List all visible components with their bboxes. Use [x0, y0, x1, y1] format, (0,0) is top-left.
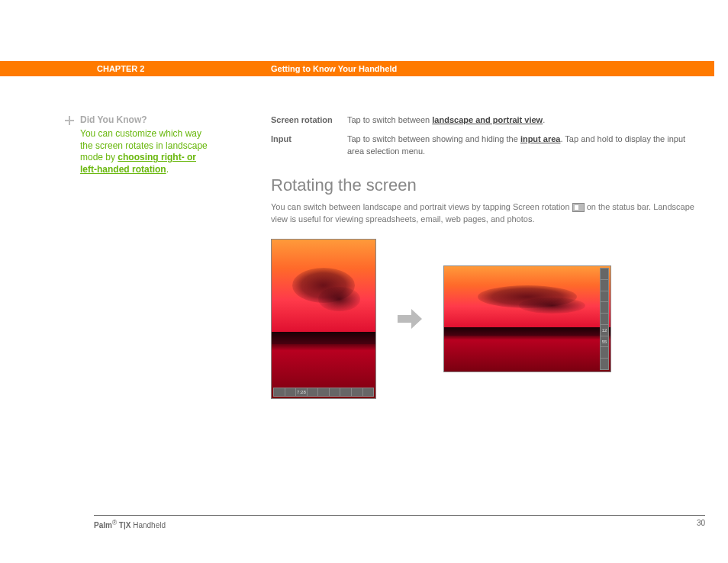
cloud-shape [318, 287, 359, 310]
status-cell [601, 280, 608, 291]
status-cell [601, 347, 608, 358]
status-cell [601, 269, 608, 279]
def-text: Tap to switch between showing and hiding… [347, 134, 520, 143]
landscape-screenshot: 12 55 [443, 265, 611, 372]
definition-row: Screen rotation Tap to switch between la… [271, 114, 698, 126]
status-cell [285, 388, 296, 396]
status-bar: 7:28 [273, 388, 374, 397]
link-landscape-portrait[interactable]: landscape and portrait view [432, 115, 543, 124]
status-cell: 12 [601, 325, 608, 336]
status-cell [601, 359, 608, 369]
status-cell [601, 302, 608, 313]
status-cell [601, 314, 608, 324]
brand-model: T|X [117, 521, 130, 529]
status-cell [308, 388, 318, 396]
page-footer: Palm® T|X Handheld 30 [94, 515, 705, 529]
term-screen-rotation: Screen rotation [271, 114, 347, 126]
portrait-screenshot: 7:28 [271, 239, 376, 399]
sidebar-body: You can customize which way the screen r… [80, 128, 214, 175]
def-body: Tap to switch between landscape and port… [347, 114, 698, 126]
status-cell [274, 388, 285, 396]
chapter-label: CHAPTER 2 [97, 64, 144, 73]
sidebar-tip: Did You Know? You can customize which wa… [80, 114, 214, 175]
definition-row: Input Tap to switch between showing and … [271, 134, 698, 157]
page-number: 30 [697, 519, 705, 529]
chapter-header: CHAPTER 2 Getting to Know Your Handheld [0, 61, 714, 76]
def-text: . [543, 115, 545, 124]
arrow-right-icon [395, 304, 425, 334]
status-cell [601, 291, 608, 302]
status-cell [318, 388, 329, 396]
figure-row: 7:28 12 55 [271, 239, 698, 399]
status-cell: 55 [601, 336, 608, 347]
status-cell [363, 388, 374, 396]
def-body: Tap to switch between showing and hiding… [347, 134, 698, 157]
link-input-area[interactable]: input area [520, 134, 561, 143]
horizon-shape [444, 327, 610, 336]
status-bar: 12 55 [600, 268, 609, 370]
para-text: You can switch between landscape and por… [271, 202, 572, 211]
section-paragraph: You can switch between landscape and por… [271, 201, 698, 225]
sunset-image [272, 240, 375, 398]
status-cell [330, 388, 340, 396]
cloud-shape [519, 298, 585, 314]
section-heading: Rotating the screen [271, 175, 698, 195]
status-cell [352, 388, 362, 396]
chapter-title: Getting to Know Your Handheld [271, 64, 397, 73]
def-text: Tap to switch between [347, 115, 432, 124]
sidebar-text-after: . [166, 164, 169, 175]
brand-name: Palm [94, 521, 112, 529]
status-time: 7:28 [296, 388, 307, 396]
sunset-image [444, 266, 610, 372]
screen-rotation-icon [572, 203, 585, 212]
horizon-shape [272, 332, 375, 345]
plus-icon [65, 116, 74, 125]
sidebar-heading: Did You Know? [80, 114, 214, 125]
status-cell [340, 388, 351, 396]
brand-suffix: Handheld [130, 521, 166, 529]
term-input: Input [271, 134, 347, 157]
footer-brand: Palm® T|X Handheld [94, 519, 166, 529]
main-content: Screen rotation Tap to switch between la… [271, 114, 698, 399]
